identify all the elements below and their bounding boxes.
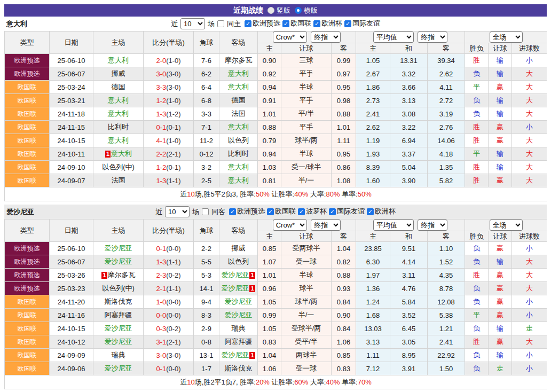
ah-away-odds: 0.88 xyxy=(332,107,356,121)
away-team: 爱沙尼亚1 xyxy=(219,282,258,295)
ah-index-select[interactable]: 终指 xyxy=(311,219,341,231)
team-name[interactable]: 以色列(中) xyxy=(102,163,135,171)
team-name[interactable]: 意大利 xyxy=(228,123,249,131)
scope-select[interactable]: 全场 xyxy=(490,32,523,43)
summary-segment: 50% xyxy=(358,190,372,198)
team-name[interactable]: 爱沙尼亚 xyxy=(105,338,132,346)
match-date: 24-10-12 xyxy=(50,335,93,349)
radio-vertical-icon[interactable] xyxy=(267,7,274,14)
same-venue-checkbox[interactable] xyxy=(217,20,224,27)
score: 1-3(1-2) xyxy=(144,107,194,121)
summary-segment: 单率: xyxy=(340,378,357,386)
result-flag: 负 xyxy=(465,67,489,81)
competition-filter[interactable]: 波罗杯 xyxy=(297,207,327,216)
team-name[interactable]: 挪威 xyxy=(112,69,125,77)
team-name[interactable]: 法国 xyxy=(232,109,246,117)
eu-index-select[interactable]: 终指 xyxy=(418,32,447,43)
team-name[interactable]: 斯洛伐克 xyxy=(225,364,253,372)
competition-filter[interactable]: 国际友谊 xyxy=(343,19,380,28)
team-name[interactable]: 摩尔多瓦 xyxy=(225,56,253,64)
eu-away-odds: 4.18 xyxy=(428,147,465,161)
team-name[interactable]: 摩尔多瓦 xyxy=(108,271,136,279)
team-name[interactable]: 意大利 xyxy=(228,176,249,184)
eu-source-select[interactable]: 平均值 xyxy=(373,32,414,43)
team-name[interactable]: 以色列 xyxy=(228,136,249,144)
ah-away-odds: 0.98 xyxy=(332,94,356,107)
layout-option-horizontal[interactable]: 横版 xyxy=(295,6,318,15)
match-date: 24-11-16 xyxy=(50,309,93,322)
eu-dropdowns-cell: 平均值 终指 xyxy=(356,32,465,43)
team-name[interactable]: 意大利 xyxy=(108,109,129,117)
competition-filter[interactable]: 欧洲杯 xyxy=(366,207,396,216)
team-name[interactable]: 意大利 xyxy=(228,69,249,77)
team-name[interactable]: 意大利 xyxy=(108,56,129,64)
checkbox-icon[interactable] xyxy=(229,208,236,215)
competition-filter[interactable]: 欧洲预选 xyxy=(243,19,280,28)
score: 0-0(0-0) xyxy=(144,309,194,322)
corner-score: 6-4 xyxy=(194,81,219,94)
team-name[interactable]: 比利时 xyxy=(228,150,249,158)
checkbox-icon[interactable] xyxy=(282,20,289,27)
team-name[interactable]: 意大利 xyxy=(108,96,129,104)
team-name[interactable]: 爱沙尼亚 xyxy=(221,351,249,359)
checkbox-icon[interactable] xyxy=(267,208,274,215)
eu-source-select[interactable]: 平均值 xyxy=(373,219,414,231)
competition-filter[interactable]: 欧洲杯 xyxy=(312,19,342,28)
team-name[interactable]: 意大利 xyxy=(228,83,249,91)
team-name[interactable]: 以色列(中) xyxy=(102,284,135,292)
team-name[interactable]: 瑞典 xyxy=(232,324,246,332)
team-name[interactable]: 爱沙尼亚 xyxy=(105,364,132,372)
layout-option-vertical[interactable]: 竖版 xyxy=(267,6,290,15)
competition-filter[interactable]: 欧国联 xyxy=(281,19,311,28)
team-name[interactable]: 德国 xyxy=(232,96,246,104)
team-name[interactable]: 斯洛伐克 xyxy=(105,297,132,305)
checkbox-icon[interactable] xyxy=(329,208,336,215)
competition-filter[interactable]: 欧国联 xyxy=(266,207,296,216)
eu-index-select[interactable]: 终指 xyxy=(418,219,447,231)
corner-score: 14-1 xyxy=(194,282,219,295)
eu-draw-odds: 3.22 xyxy=(390,121,428,134)
team-name[interactable]: 挪威 xyxy=(232,244,246,252)
results-table: 类型 日期 主场 比分(半场) 角球 客场 Crow* 终指 平均值 终指 全场 xyxy=(4,219,547,389)
team-name[interactable]: 德国 xyxy=(112,83,125,91)
team-name[interactable]: 阿塞拜疆 xyxy=(105,311,132,319)
ah-home-odds: 1.05 xyxy=(258,295,281,309)
eu-home-odds: 2.41 xyxy=(356,107,390,121)
team-name[interactable]: 以色列 xyxy=(228,257,249,265)
ah-line: 受球半/两 xyxy=(281,322,332,335)
checkbox-icon[interactable] xyxy=(245,20,251,27)
team-name[interactable]: 意大利 xyxy=(228,163,249,171)
radio-horizontal-icon[interactable] xyxy=(295,7,302,14)
result-flag: 负 xyxy=(465,107,489,121)
checkbox-icon[interactable] xyxy=(344,20,351,27)
recent-count-select[interactable]: 10 xyxy=(180,18,205,29)
team-name[interactable]: 比利时 xyxy=(108,123,129,131)
checkbox-icon[interactable] xyxy=(367,208,374,215)
team-name[interactable]: 意大利 xyxy=(111,150,132,158)
team-name[interactable]: 爱沙尼亚 xyxy=(225,297,253,305)
competition-filter[interactable]: 欧洲预选 xyxy=(228,207,265,216)
competition-filter[interactable]: 国际友谊 xyxy=(328,207,365,216)
checkbox-icon[interactable] xyxy=(313,20,320,27)
team-name[interactable]: 爱沙尼亚 xyxy=(221,271,249,279)
summary-segment: 让胜率: xyxy=(270,378,294,386)
same-venue-checkbox[interactable] xyxy=(202,208,209,215)
ah-source-select[interactable]: Crow* xyxy=(273,32,307,43)
away-team: 瑞典 xyxy=(219,322,258,335)
recent-count-select[interactable]: 10 xyxy=(165,206,190,217)
team-name[interactable]: 爱沙尼亚 xyxy=(105,244,132,252)
team-name[interactable]: 爱沙尼亚 xyxy=(105,257,132,265)
team-name[interactable]: 爱沙尼亚 xyxy=(221,284,249,292)
team-name[interactable]: 阿塞拜疆 xyxy=(225,338,253,346)
scope-select[interactable]: 全场 xyxy=(490,219,523,231)
team-name[interactable]: 爱沙尼亚 xyxy=(105,324,132,332)
checkbox-icon[interactable] xyxy=(298,208,305,215)
result-flag: 胜 xyxy=(465,174,489,187)
team-name[interactable]: 法国 xyxy=(112,176,125,184)
ah-index-select[interactable]: 终指 xyxy=(311,32,341,43)
ah-source-select[interactable]: Crow* xyxy=(273,219,307,231)
team-name[interactable]: 瑞典 xyxy=(112,351,125,359)
team-name[interactable]: 爱沙尼亚 xyxy=(225,311,253,319)
result-flag: 负 xyxy=(465,94,489,107)
team-name[interactable]: 意大利 xyxy=(108,136,129,144)
